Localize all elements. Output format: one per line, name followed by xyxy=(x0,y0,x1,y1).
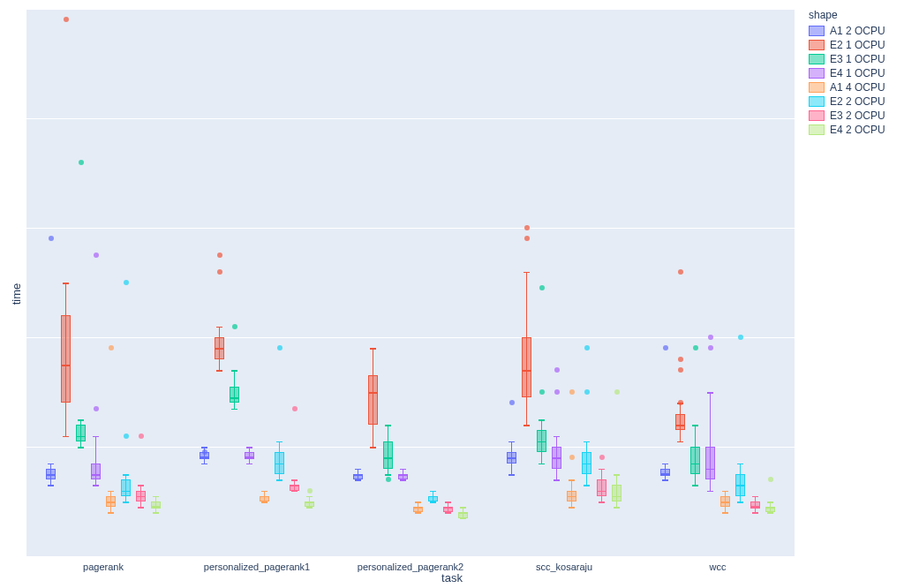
box-iqr[interactable] xyxy=(383,441,393,469)
legend-swatch xyxy=(809,82,825,93)
whisker-cap xyxy=(93,485,100,486)
box-iqr[interactable] xyxy=(597,479,606,496)
outlier-point[interactable] xyxy=(307,488,313,494)
box-median xyxy=(106,501,116,503)
box-median xyxy=(458,512,468,514)
outlier-point[interactable] xyxy=(539,285,545,290)
outlier-point[interactable] xyxy=(386,477,391,482)
whisker-cap xyxy=(752,496,759,498)
outlier-point[interactable] xyxy=(693,345,698,351)
box-median xyxy=(705,469,715,471)
outlier-point[interactable] xyxy=(584,389,590,395)
legend-item[interactable]: A1 4 OCPU xyxy=(809,81,885,94)
x-tick-label: scc_kosaraju xyxy=(536,556,592,572)
box-median xyxy=(383,457,393,459)
outlier-point[interactable] xyxy=(217,253,222,258)
whisker-cap xyxy=(216,370,223,372)
outlier-point[interactable] xyxy=(217,269,222,275)
outlier-point[interactable] xyxy=(708,345,713,351)
whisker-cap xyxy=(584,485,591,486)
outlier-point[interactable] xyxy=(738,335,743,340)
outlier-point[interactable] xyxy=(678,357,683,362)
whisker-cap xyxy=(138,507,145,509)
outlier-point[interactable] xyxy=(79,160,84,165)
box-iqr[interactable] xyxy=(76,425,86,441)
legend-item[interactable]: E2 2 OCPU xyxy=(809,95,885,108)
outlier-point[interactable] xyxy=(554,367,560,373)
box-iqr[interactable] xyxy=(230,387,239,403)
box-iqr[interactable] xyxy=(522,337,531,397)
outlier-point[interactable] xyxy=(768,477,773,482)
whisker-cap xyxy=(246,447,253,449)
category-group xyxy=(507,9,622,556)
outlier-point[interactable] xyxy=(94,253,99,258)
whisker-cap xyxy=(276,441,283,443)
outlier-point[interactable] xyxy=(569,455,575,460)
whisker-cap xyxy=(508,441,516,443)
box-median xyxy=(735,485,745,486)
outlier-point[interactable] xyxy=(554,389,560,395)
outlier-point[interactable] xyxy=(663,345,668,351)
whisker-cap xyxy=(692,485,699,486)
whisker-cap xyxy=(355,469,362,471)
outlier-point[interactable] xyxy=(109,345,114,351)
box-iqr[interactable] xyxy=(91,464,101,480)
outlier-point[interactable] xyxy=(64,17,69,22)
outlier-point[interactable] xyxy=(678,400,683,405)
legend-item[interactable]: A1 2 OCPU xyxy=(809,25,885,37)
box-median xyxy=(200,457,209,459)
box-iqr[interactable] xyxy=(705,447,715,479)
whisker-cap xyxy=(692,425,699,426)
outlier-point[interactable] xyxy=(232,324,237,329)
box-iqr[interactable] xyxy=(368,375,378,425)
outlier-point[interactable] xyxy=(678,367,683,373)
outlier-point[interactable] xyxy=(524,236,530,241)
whisker-cap xyxy=(291,479,298,481)
outlier-point[interactable] xyxy=(708,335,713,340)
legend-item[interactable]: E2 1 OCPU xyxy=(809,39,885,51)
box-median xyxy=(121,491,131,493)
whisker-cap xyxy=(722,491,729,493)
legend-item[interactable]: E4 2 OCPU xyxy=(809,124,885,136)
whisker-cap xyxy=(662,464,669,465)
whisker-cap xyxy=(123,474,130,476)
legend-item[interactable]: E3 2 OCPU xyxy=(809,109,885,122)
box-median xyxy=(612,496,622,498)
legend-item[interactable]: E3 1 OCPU xyxy=(809,53,885,65)
box-iqr[interactable] xyxy=(690,447,700,474)
outlier-point[interactable] xyxy=(94,406,99,411)
box-iqr[interactable] xyxy=(612,485,622,501)
outlier-point[interactable] xyxy=(509,400,515,405)
whisker-cap xyxy=(722,512,729,514)
plot-area[interactable]: pagerankpersonalized_pagerank1personaliz… xyxy=(26,9,795,556)
box-median xyxy=(230,397,239,399)
outlier-point[interactable] xyxy=(202,449,207,455)
outlier-point[interactable] xyxy=(277,345,282,351)
outlier-point[interactable] xyxy=(584,345,590,351)
whisker-cap xyxy=(415,501,422,503)
outlier-point[interactable] xyxy=(124,433,129,439)
x-tick-label: personalized_pagerank1 xyxy=(204,556,310,572)
outlier-point[interactable] xyxy=(678,269,683,275)
x-tick-label: pagerank xyxy=(83,556,124,572)
outlier-point[interactable] xyxy=(569,389,575,395)
box-iqr[interactable] xyxy=(675,414,685,431)
outlier-point[interactable] xyxy=(599,455,605,460)
outlier-point[interactable] xyxy=(524,225,530,230)
whisker-cap xyxy=(752,512,759,514)
outlier-point[interactable] xyxy=(292,406,298,411)
outlier-point[interactable] xyxy=(139,433,144,439)
box-iqr[interactable] xyxy=(121,479,131,496)
outlier-point[interactable] xyxy=(614,389,620,395)
legend-label: A1 2 OCPU xyxy=(830,25,885,37)
outlier-point[interactable] xyxy=(124,280,129,285)
whisker-cap xyxy=(767,512,774,514)
outlier-point[interactable] xyxy=(49,236,54,241)
box-iqr[interactable] xyxy=(61,315,71,403)
whisker-cap xyxy=(737,464,744,465)
legend-item[interactable]: E4 1 OCPU xyxy=(809,67,885,79)
whisker-cap xyxy=(524,425,531,426)
whisker-cap xyxy=(599,501,606,503)
outlier-point[interactable] xyxy=(539,389,545,395)
whisker-cap xyxy=(231,409,238,411)
